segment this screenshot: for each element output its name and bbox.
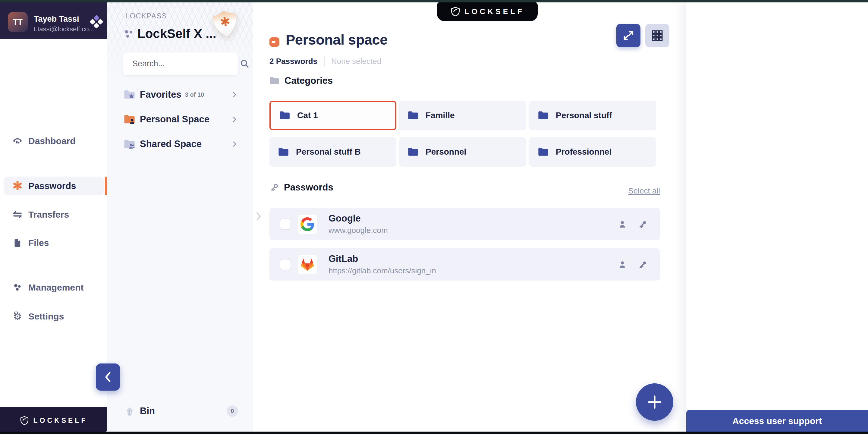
category-label: Personal stuff B bbox=[296, 147, 361, 157]
sidebar-item-files[interactable]: Files bbox=[0, 235, 107, 251]
google-logo-icon bbox=[301, 217, 314, 231]
lockself-diamond-icon[interactable] bbox=[89, 15, 104, 30]
bin-item[interactable]: Bin 0 bbox=[123, 403, 238, 419]
tree-item-personal-space[interactable]: Personal Space bbox=[123, 112, 238, 127]
sidebar-item-management[interactable]: Management bbox=[0, 279, 107, 296]
help-panel bbox=[686, 0, 868, 434]
category-label: Professionnel bbox=[556, 147, 612, 157]
category-card-personal-stuff[interactable]: Personal stuff bbox=[529, 101, 656, 130]
search-input[interactable] bbox=[132, 59, 240, 69]
window-top-strip bbox=[0, 0, 868, 2]
grid-view-button[interactable] bbox=[645, 24, 670, 47]
password-url: https://gitlab.com/users/sign_in bbox=[329, 266, 436, 276]
category-label: Cat 1 bbox=[297, 111, 318, 120]
diamond-dot bbox=[93, 23, 99, 29]
panel-edge-chevron-icon[interactable] bbox=[255, 210, 262, 222]
meta-row: 2 Passwords None selected bbox=[270, 56, 381, 66]
tree-item-favorites[interactable]: Favorites 3 of 10 bbox=[123, 87, 238, 102]
category-card-famille[interactable]: Famille bbox=[399, 101, 526, 130]
sidebar-item-dashboard[interactable]: Dashboard bbox=[0, 133, 107, 150]
sidebar-item-label: Transfers bbox=[28, 210, 69, 220]
chevron-right-icon[interactable] bbox=[231, 90, 238, 99]
tree-item-shared-space[interactable]: Shared Space bbox=[123, 136, 238, 152]
row-actions bbox=[617, 219, 648, 229]
sidebar-item-settings[interactable]: ⚙⚙ Settings bbox=[0, 308, 107, 325]
user-header[interactable]: TT Tayeb Tassi t.tassi@lockself.co... bbox=[0, 0, 107, 39]
window-bottom-strip bbox=[0, 432, 868, 434]
copy-password-key-icon[interactable] bbox=[638, 219, 648, 229]
add-password-button[interactable] bbox=[636, 383, 673, 421]
sidebar-item-label: Dashboard bbox=[28, 136, 76, 146]
copy-login-icon[interactable] bbox=[617, 219, 627, 229]
diamond-dot bbox=[97, 19, 103, 25]
password-title: GitLab bbox=[329, 253, 436, 264]
top-logo-pill: LOCKSELF bbox=[437, 2, 538, 21]
app-label: LOCKPASS bbox=[125, 12, 167, 20]
category-card-professionnel[interactable]: Professionnel bbox=[529, 137, 656, 167]
password-count: 2 Passwords bbox=[270, 57, 317, 66]
transfer-arrows-icon bbox=[11, 209, 24, 220]
shared-space-folder-icon bbox=[123, 139, 136, 149]
password-texts: GitLab https://gitlab.com/users/sign_in bbox=[329, 253, 436, 276]
people-dots-icon bbox=[11, 282, 24, 293]
lockself-shield-icon bbox=[20, 415, 29, 425]
site-favicon bbox=[298, 255, 317, 274]
user-email: t.tassi@lockself.co... bbox=[34, 25, 94, 33]
password-row-gitlab[interactable]: GitLab https://gitlab.com/users/sign_in bbox=[270, 248, 660, 281]
chevron-right-icon[interactable] bbox=[231, 140, 238, 149]
expand-view-button[interactable] bbox=[616, 24, 641, 47]
folder-icon bbox=[538, 111, 549, 120]
category-label: Famille bbox=[426, 111, 455, 120]
folder-icon bbox=[270, 76, 280, 85]
copy-password-key-icon[interactable] bbox=[638, 259, 648, 270]
sidebar-item-transfers[interactable]: Transfers bbox=[0, 206, 107, 223]
password-url: www.google.com bbox=[329, 226, 388, 235]
search-box bbox=[123, 52, 238, 75]
sidebar-item-passwords[interactable]: ✱ Passwords bbox=[0, 178, 107, 194]
left-sidebar: TT Tayeb Tassi t.tassi@lockself.co... Da… bbox=[0, 0, 107, 434]
diamond-dot bbox=[93, 15, 99, 21]
file-icon bbox=[11, 238, 24, 248]
category-label: Personal stuff bbox=[556, 111, 612, 120]
lockpass-panel: LOCKPASS ✱ LockSelf X ... bbox=[107, 0, 253, 434]
category-card-cat-1[interactable]: Cat 1 bbox=[270, 101, 396, 130]
personal-space-icon bbox=[270, 37, 279, 47]
gitlab-logo-icon bbox=[300, 257, 315, 273]
access-user-support-button[interactable]: Access user support bbox=[686, 410, 868, 432]
collapse-panel-button[interactable] bbox=[96, 364, 120, 391]
folder-icon bbox=[407, 147, 419, 157]
category-card-personal-stuff-b[interactable]: Personal stuff B bbox=[270, 137, 396, 167]
sidebar-item-label: Settings bbox=[28, 311, 64, 321]
avatar: TT bbox=[8, 12, 28, 32]
password-row-google[interactable]: Google www.google.com bbox=[270, 208, 660, 240]
lockself-shield-icon bbox=[450, 6, 461, 17]
password-title: Google bbox=[329, 213, 388, 224]
bin-label: Bin bbox=[140, 406, 155, 416]
sidebar-footer: LOCKSELF bbox=[0, 407, 107, 434]
password-texts: Google www.google.com bbox=[329, 213, 388, 235]
organization-row[interactable]: LockSelf X ... bbox=[124, 27, 216, 41]
select-all-link[interactable]: Select all bbox=[621, 186, 660, 195]
meta-divider bbox=[324, 56, 324, 66]
grid-icon bbox=[651, 29, 664, 42]
organization-name: LockSelf X ... bbox=[137, 27, 216, 41]
plus-icon bbox=[647, 394, 663, 410]
svg-text:✱: ✱ bbox=[219, 14, 231, 29]
home-icon bbox=[11, 135, 24, 147]
copy-login-icon[interactable] bbox=[617, 259, 627, 270]
row-checkbox[interactable] bbox=[280, 218, 291, 230]
trash-icon bbox=[123, 406, 136, 416]
tree-item-label: Personal Space bbox=[140, 114, 210, 125]
passwords-header: Passwords bbox=[270, 182, 333, 193]
search-icon[interactable] bbox=[240, 59, 250, 69]
bin-count-badge: 0 bbox=[227, 405, 238, 417]
user-name: Tayeb Tassi bbox=[34, 14, 79, 24]
category-label: Personnel bbox=[426, 147, 466, 157]
categories-header: Categories bbox=[270, 75, 333, 86]
chevron-right-icon[interactable] bbox=[231, 115, 238, 124]
expand-arrows-icon bbox=[622, 30, 634, 41]
row-checkbox[interactable] bbox=[280, 259, 291, 270]
category-card-personnel[interactable]: Personnel bbox=[399, 137, 526, 167]
chevron-left-icon bbox=[104, 371, 112, 383]
categories-header-label: Categories bbox=[284, 75, 333, 86]
